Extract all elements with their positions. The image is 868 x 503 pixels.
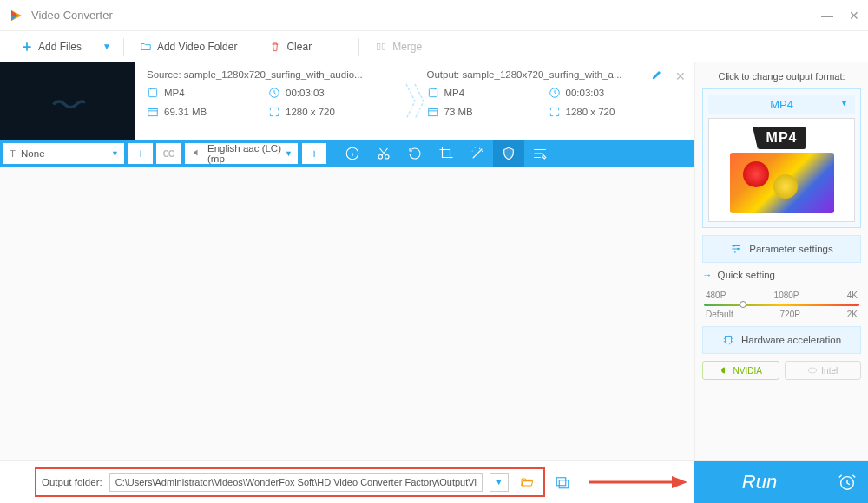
source-filename: sample_1280x720_surfing_with_audio... bbox=[184, 69, 363, 80]
quality-slider[interactable]: 480P 1080P 4K Default 720P 2K bbox=[702, 291, 861, 319]
title-bar: Video Converter — ✕ bbox=[0, 0, 868, 31]
nvidia-icon bbox=[720, 365, 730, 376]
output-size: 73 MB bbox=[444, 107, 473, 117]
svg-point-15 bbox=[809, 368, 817, 373]
cut-tool-button[interactable] bbox=[368, 140, 399, 167]
effects-tool-button[interactable] bbox=[462, 140, 493, 167]
size-icon bbox=[427, 106, 439, 118]
svg-point-12 bbox=[737, 248, 739, 250]
output-format: MP4 bbox=[444, 88, 465, 98]
clock-icon bbox=[549, 87, 561, 99]
svg-rect-7 bbox=[428, 109, 437, 116]
batch-icon bbox=[554, 474, 571, 490]
minimize-button[interactable]: — bbox=[821, 9, 833, 23]
remove-item-button[interactable]: ✕ bbox=[675, 69, 686, 83]
svg-marker-19 bbox=[672, 476, 687, 488]
intel-icon bbox=[807, 365, 818, 376]
source-format: MP4 bbox=[164, 88, 185, 98]
subtitle-t-icon: T bbox=[10, 148, 16, 159]
add-files-dropdown[interactable]: ▼ bbox=[94, 42, 120, 51]
svg-point-13 bbox=[734, 251, 736, 252]
svg-point-11 bbox=[733, 245, 735, 246]
browse-folder-button[interactable] bbox=[516, 473, 538, 492]
hardware-acceleration-button[interactable]: Hardware acceleration bbox=[702, 326, 861, 354]
separator bbox=[253, 38, 253, 56]
arrow-right-icon: → bbox=[702, 270, 713, 280]
cc-button[interactable]: CC bbox=[156, 143, 181, 164]
source-info: Source: sample_1280x720_surfing_with_aud… bbox=[135, 62, 415, 140]
output-format-panel: Click to change output format: MP4 ▼ MP4… bbox=[694, 62, 868, 460]
conversion-arrow-icon bbox=[402, 80, 428, 123]
output-resolution: 1280 x 720 bbox=[566, 107, 615, 117]
filter-tool-button[interactable] bbox=[524, 140, 556, 167]
chevron-down-icon: ▼ bbox=[111, 149, 119, 158]
bottom-bar: Output folder: ▼ Run bbox=[0, 460, 868, 503]
source-resolution: 1280 x 720 bbox=[286, 107, 335, 117]
size-icon bbox=[147, 106, 159, 118]
edit-tool-strip bbox=[328, 140, 694, 167]
svg-rect-1 bbox=[382, 43, 385, 49]
resolution-icon bbox=[268, 106, 280, 118]
schedule-button[interactable] bbox=[825, 461, 868, 504]
run-arrow-indicator bbox=[580, 474, 694, 491]
window-title: Video Converter bbox=[31, 9, 821, 22]
separator bbox=[358, 38, 359, 56]
output-folder-dropdown[interactable]: ▼ bbox=[490, 473, 509, 492]
svg-rect-17 bbox=[559, 480, 569, 487]
rotate-tool-button[interactable] bbox=[399, 140, 431, 167]
intel-badge[interactable]: Intel bbox=[785, 361, 862, 380]
format-icon bbox=[427, 87, 439, 99]
resolution-icon bbox=[549, 106, 561, 118]
mp4-badge: MP4 bbox=[758, 127, 806, 149]
merge-button[interactable]: Merge bbox=[363, 31, 434, 62]
chevron-down-icon: ▼ bbox=[840, 99, 848, 108]
plus-icon bbox=[21, 41, 33, 53]
info-tool-button[interactable] bbox=[337, 140, 368, 167]
preview-image bbox=[730, 153, 834, 213]
output-folder-label: Output folder: bbox=[42, 477, 102, 487]
slider-thumb[interactable] bbox=[740, 301, 746, 308]
add-audio-button[interactable]: + bbox=[302, 143, 326, 164]
batch-button[interactable] bbox=[545, 474, 580, 490]
format-preview: MP4 bbox=[708, 118, 855, 222]
format-icon bbox=[147, 87, 159, 99]
clear-button[interactable]: Clear bbox=[257, 31, 324, 62]
svg-rect-14 bbox=[725, 337, 731, 343]
run-button[interactable]: Run bbox=[694, 461, 825, 504]
item-options-bar: T None ▼ + CC English aac (LC) (mp ▼ + bbox=[0, 140, 694, 167]
merge-icon bbox=[375, 41, 387, 53]
clock-icon bbox=[268, 87, 280, 99]
wave-icon bbox=[50, 84, 85, 119]
folder-icon bbox=[140, 41, 152, 53]
svg-rect-16 bbox=[556, 477, 566, 485]
close-button[interactable]: ✕ bbox=[849, 9, 859, 23]
video-thumbnail[interactable] bbox=[0, 62, 135, 140]
output-format-button[interactable]: MP4 ▼ MP4 bbox=[702, 88, 861, 228]
folder-open-icon bbox=[519, 475, 535, 489]
nvidia-badge[interactable]: NVIDIA bbox=[702, 361, 779, 380]
trash-icon bbox=[269, 41, 281, 53]
chip-icon bbox=[722, 334, 734, 346]
parameter-settings-button[interactable]: Parameter settings bbox=[702, 235, 861, 263]
audio-track-select[interactable]: English aac (LC) (mp ▼ bbox=[185, 143, 298, 164]
svg-rect-5 bbox=[429, 88, 437, 96]
output-folder-input[interactable] bbox=[109, 473, 483, 492]
source-duration: 00:03:03 bbox=[286, 88, 325, 98]
add-subtitle-button[interactable]: + bbox=[128, 143, 153, 164]
chevron-down-icon: ▼ bbox=[285, 149, 293, 158]
watermark-tool-button[interactable] bbox=[493, 140, 524, 167]
separator bbox=[123, 38, 124, 56]
alarm-clock-icon bbox=[838, 473, 857, 492]
crop-tool-button[interactable] bbox=[431, 140, 462, 167]
sliders-icon bbox=[730, 243, 742, 255]
quick-setting-label: → Quick setting bbox=[702, 270, 861, 280]
add-files-button[interactable]: Add Files bbox=[9, 31, 94, 62]
edit-name-button[interactable] bbox=[650, 68, 664, 82]
add-folder-button[interactable]: Add Video Folder bbox=[128, 31, 250, 62]
svg-rect-4 bbox=[148, 109, 158, 116]
subtitle-select[interactable]: T None ▼ bbox=[3, 143, 124, 164]
output-duration: 00:03:03 bbox=[566, 88, 605, 98]
video-item: Source: sample_1280x720_surfing_with_aud… bbox=[0, 62, 694, 140]
format-hint: Click to change output format: bbox=[702, 71, 861, 82]
empty-area bbox=[0, 167, 694, 460]
